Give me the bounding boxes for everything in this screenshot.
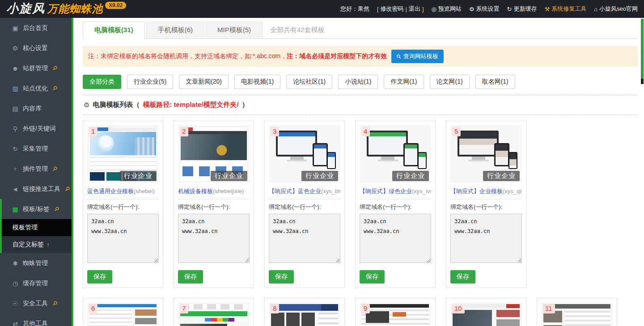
query-site-template-button[interactable]: ⚲ 查询网站模板: [391, 50, 444, 63]
sidebar-item-link-push[interactable]: ◄ 链接推送工具 ⚲: [0, 179, 72, 199]
app-logo[interactable]: 小旋风 万能蜘蛛池 X9.02: [6, 0, 126, 18]
category-all[interactable]: 全部分类: [83, 75, 121, 89]
logout-link[interactable]: 退出: [409, 5, 420, 13]
template-thumbnail: 5 行业企业: [450, 125, 522, 183]
sidebar-item-links-keywords[interactable]: ⚲ 外链/关键词: [0, 119, 72, 139]
sidebar-item-label: 模板/标签: [23, 205, 50, 213]
template-name-link[interactable]: 【响应式】绿色企业: [360, 188, 412, 195]
template-thumbnail: 4 行业企业: [360, 125, 431, 183]
thumb-art: [205, 318, 247, 322]
category-industry[interactable]: 行业企业(5): [127, 75, 173, 89]
sidebar-item-other-tools[interactable]: ⇄ 其他工具: [0, 313, 72, 326]
sidebar-subitem-custom-tags[interactable]: 自定义标签 ↑: [2, 236, 72, 253]
bound-domains-textarea[interactable]: 32aa.cn www.32aa.cn: [360, 214, 431, 263]
sidebar-item-spider-manage[interactable]: ✱ 蜘蛛管理: [0, 253, 72, 273]
category-badge: 行业企业: [120, 171, 157, 181]
sidebar-item-plugins[interactable]: ♆ 插件管理 ⚲: [0, 159, 72, 179]
bind-domains-label: 绑定域名(一行一个):: [269, 203, 340, 211]
template-number-badge: 10: [452, 304, 465, 313]
thumb-art: [381, 157, 394, 160]
category-movies[interactable]: 电影视频(1): [234, 75, 280, 89]
category-news[interactable]: 文章新闻(20): [179, 75, 229, 89]
category-novel[interactable]: 小说站(1): [338, 75, 378, 89]
notice-text-bold: 注：域名必须是对应模型下的才有效: [287, 52, 387, 60]
template-name-link[interactable]: 【响应式】蓝色企业: [269, 188, 321, 195]
timer-icon: ◷: [12, 280, 19, 287]
category-thesis[interactable]: 论文网(1): [430, 75, 470, 89]
sidebar-item-cache-manage[interactable]: ◷ 缓存管理: [0, 273, 72, 293]
thumb-art: [403, 143, 419, 166]
category-badge: 行业企业: [211, 171, 247, 181]
bind-domains-label: 绑定域名(一行一个):: [87, 203, 159, 211]
sidebar-item-content-library[interactable]: ▤ 内容库: [0, 98, 72, 119]
template-cards-row-1: 1 行业企业 蓝色通用企业模板(shebei) 绑定域名(一行一个): 32aa…: [83, 121, 638, 288]
template-thumbnail: 10: [450, 302, 522, 326]
refresh-icon: ↻: [12, 145, 19, 152]
query-button-label: 查询网站模板: [403, 52, 438, 60]
sidebar-item-label: 站群管理: [23, 64, 48, 72]
tab-pc-templates[interactable]: 电脑模板(31): [83, 21, 145, 39]
tab-mobile-templates[interactable]: 手机模板(6): [146, 21, 204, 38]
save-button[interactable]: 保存: [360, 270, 385, 284]
sidebar-item-label: 链接推送工具: [23, 185, 60, 193]
sidebar-item-dashboard[interactable]: ▣ 后台首页: [0, 18, 72, 38]
list-title-close: ）: [242, 101, 249, 109]
topbar: 小旋风 万能蜘蛛池 X9.02 您好：果然 [ 修改密码 | 退出 ] ◎ 预览…: [0, 0, 644, 18]
bound-domains-textarea[interactable]: 32aa.cn www.32aa.cn: [450, 214, 522, 263]
thumb-art: [313, 143, 328, 166]
template-number-badge: 11: [542, 304, 555, 313]
template-name-link[interactable]: 【响应式】企业模板: [450, 188, 503, 195]
thumb-art: [393, 312, 406, 317]
change-password-link[interactable]: 修改密码: [381, 5, 404, 13]
category-forum[interactable]: 论坛社区(1): [286, 75, 332, 89]
template-name-link[interactable]: 蓝色通用企业模板: [87, 188, 134, 195]
save-button[interactable]: 保存: [269, 270, 294, 284]
template-title: 【响应式】企业模板(xys_qiye1): [450, 187, 522, 199]
thumb-art: [318, 313, 338, 326]
save-button[interactable]: 保存: [87, 270, 112, 284]
save-button[interactable]: 保存: [450, 270, 475, 284]
category-naming[interactable]: 取名网(1): [475, 75, 515, 89]
sidebar-item-security-tools[interactable]: ☉ 安全工具 ⚲: [0, 293, 72, 313]
sidebar-subitem-template-manage[interactable]: 模板管理: [2, 219, 72, 236]
category-essay[interactable]: 作文网(1): [384, 75, 424, 89]
layers-icon: ▦: [12, 206, 19, 213]
sidebar-item-core-settings[interactable]: ⚙ 核心设置: [0, 38, 72, 58]
official-site-link[interactable]: ⌂ 小旋风seo官网: [594, 5, 638, 13]
system-settings-link[interactable]: ⚙ 系统设置: [469, 5, 500, 13]
sidebar-item-label: 后台首页: [23, 24, 48, 32]
sidebar-item-site-optimize[interactable]: ▥ 站点优化 ⚲: [0, 78, 72, 98]
update-cache-label: 更新缓存: [514, 5, 537, 13]
scrollbar-thumb[interactable]: [641, 19, 644, 79]
thumb-art: [180, 324, 227, 326]
sidebar-item-templates-tags[interactable]: ▦ 模板/标签 ⚲: [2, 199, 72, 219]
sidebar-item-label: 其他工具: [23, 320, 48, 326]
send-icon: ◄: [12, 186, 19, 193]
thumb-art: [327, 152, 336, 169]
thumb-art: [496, 310, 520, 326]
template-title: 【响应式】蓝色企业(xys_blue): [269, 187, 340, 199]
bound-domains-textarea[interactable]: 32aa.cn www.32aa.cn: [87, 214, 159, 263]
monitor-icon: ▣: [12, 25, 19, 32]
thumb-art: [180, 311, 247, 316]
tab-mip-templates[interactable]: MIP模板(5): [206, 21, 263, 38]
template-thumbnail: 6: [87, 302, 159, 326]
template-cards-row-2: 6 7 8 9: [83, 298, 638, 326]
preview-site-link[interactable]: ◎ 预览网站: [432, 5, 462, 13]
preview-site-label: 预览网站: [438, 5, 462, 13]
save-button[interactable]: 保存: [178, 270, 203, 284]
sidebar-item-site-group[interactable]: ☻ 站群管理 ⚲: [0, 58, 72, 78]
sidebar-item-label: 插件管理: [23, 165, 48, 173]
template-name-link[interactable]: 机械设备模板: [178, 188, 213, 195]
thumb-art: [135, 309, 157, 326]
repair-tools-link[interactable]: ⚒ 系统修复工具: [545, 5, 587, 13]
template-card: 5 行业企业 【响应式】企业模板(xys_qiye1) 绑定域名(一行一个): …: [446, 121, 526, 288]
notice-text: 注：未绑定模板的域名将会随机调用，支持泛域名绑定，如:*.abc.com，: [88, 52, 287, 60]
template-card: 3 行业企业 【响应式】蓝色企业(xys_blue) 绑定域名(一行一个): 3…: [264, 121, 345, 288]
thumb-art: [276, 131, 317, 157]
update-cache-link[interactable]: ↻ 更新缓存: [507, 5, 537, 13]
sidebar-item-collection[interactable]: ↻ 采集管理: [0, 139, 72, 159]
template-number-badge: 2: [179, 127, 188, 136]
bound-domains-textarea[interactable]: 32aa.cn www.32aa.cn: [178, 214, 250, 263]
bound-domains-textarea[interactable]: 32aa.cn www.32aa.cn: [269, 214, 340, 263]
